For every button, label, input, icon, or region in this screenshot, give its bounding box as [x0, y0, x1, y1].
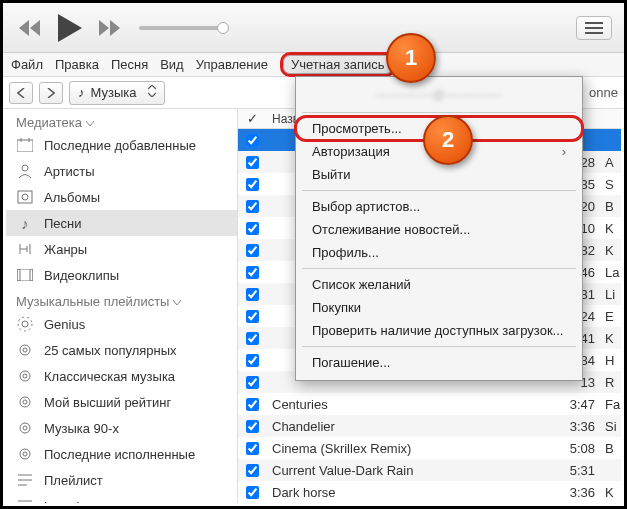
sidebar-item-label: Альбомы [44, 190, 100, 205]
menu-separator [302, 346, 576, 347]
gear-icon [16, 368, 34, 384]
view-mode-button[interactable] [576, 16, 612, 40]
row-checkbox[interactable] [238, 244, 266, 257]
row-checkbox[interactable] [238, 376, 266, 389]
sidebar-item[interactable]: Альбомы [6, 184, 237, 210]
menubar: Файл Правка Песня Вид Управление Учетная… [3, 53, 624, 77]
playback-bar [3, 3, 624, 53]
row-checkbox[interactable] [238, 222, 266, 235]
song-name: Current Value-Dark Rain [266, 463, 553, 478]
sidebar-item[interactable]: Последние добавленные [6, 132, 237, 158]
table-row[interactable]: Current Value-Dark Rain5:31 [238, 459, 621, 481]
svg-rect-0 [585, 22, 603, 24]
row-checkbox[interactable] [238, 288, 266, 301]
gear-icon [16, 446, 34, 462]
sidebar-item[interactable]: Артисты [6, 158, 237, 184]
svg-rect-3 [17, 140, 33, 152]
song-artist: E [601, 309, 621, 324]
row-checkbox[interactable] [238, 310, 266, 323]
media-type-select[interactable]: ♪ Музыка [69, 81, 165, 105]
store-link[interactable]: onne [589, 85, 618, 100]
chevron-down-icon [86, 115, 94, 130]
sidebar-item[interactable]: 25 самых популярных [6, 337, 237, 363]
row-checkbox[interactable] [238, 332, 266, 345]
sidebar-item[interactable]: Плейлист [6, 467, 237, 493]
sidebar-item[interactable]: Видеоклипы [6, 262, 237, 288]
table-row[interactable]: Cinema (Skrillex Remix)5:08B [238, 437, 621, 459]
svg-rect-9 [17, 269, 33, 281]
sidebar-item-label: Genius [44, 317, 85, 332]
sidebar-section-playlists: Музыкальные плейлисты [6, 288, 237, 311]
table-row[interactable]: Chandelier3:36Si [238, 415, 621, 437]
row-checkbox[interactable] [238, 464, 266, 477]
row-checkbox[interactable] [238, 178, 266, 191]
svg-point-16 [20, 371, 30, 381]
menu-separator [302, 112, 576, 113]
play-button[interactable] [51, 9, 89, 47]
menu-item-purchases[interactable]: Покупки [296, 296, 582, 319]
prev-button[interactable] [15, 13, 45, 43]
volume-slider[interactable] [139, 26, 223, 30]
annotation-callout-2: 2 [423, 115, 473, 165]
svg-point-23 [23, 452, 27, 456]
next-button[interactable] [95, 13, 125, 43]
svg-point-6 [22, 165, 28, 171]
sidebar-item[interactable]: Genius [6, 311, 237, 337]
song-name: Centuries [266, 397, 553, 412]
playback-controls [15, 9, 125, 47]
row-checkbox[interactable] [238, 420, 266, 433]
svg-point-12 [22, 321, 28, 327]
row-checkbox[interactable] [238, 156, 266, 169]
sidebar-item[interactable]: Последние исполненные [6, 441, 237, 467]
nav-forward-button[interactable] [39, 82, 63, 104]
row-checkbox[interactable] [238, 200, 266, 213]
song-icon: ♪ [16, 215, 34, 232]
sidebar-item-label: Последние исполненные [44, 447, 195, 462]
menu-item-logout[interactable]: Выйти [296, 163, 582, 186]
menu-item-artist-select[interactable]: Выбор артистов... [296, 195, 582, 218]
genius-icon [16, 316, 34, 332]
video-icon [16, 269, 34, 281]
menu-song[interactable]: Песня [111, 57, 148, 72]
row-checkbox[interactable] [238, 354, 266, 367]
song-duration: 3:47 [553, 397, 601, 412]
row-checkbox[interactable] [238, 134, 266, 147]
table-row[interactable]: Dark horse3:36K [238, 481, 621, 503]
nav-back-button[interactable] [9, 82, 33, 104]
song-name: Chandelier [266, 419, 553, 434]
menu-item-news[interactable]: Отслеживание новостей... [296, 218, 582, 241]
row-checkbox[interactable] [238, 266, 266, 279]
sidebar-item-label: Видеоклипы [44, 268, 119, 283]
sidebar-item[interactable]: Классическая музыка [6, 363, 237, 389]
annotation-callout-1: 1 [386, 33, 436, 83]
sidebar-item[interactable]: Lumpics [6, 493, 237, 503]
table-row[interactable]: Centuries3:47Fa [238, 393, 621, 415]
menu-item-wishlist[interactable]: Список желаний [296, 273, 582, 296]
svg-rect-1 [585, 27, 603, 29]
playlist-icon [16, 499, 34, 503]
menu-view[interactable]: Вид [160, 57, 184, 72]
sidebar-item[interactable]: Мой высший рейтинг [6, 389, 237, 415]
sidebar-item[interactable]: ♪Песни [6, 210, 237, 236]
row-checkbox[interactable] [238, 486, 266, 499]
row-checkbox[interactable] [238, 442, 266, 455]
genre-icon [16, 241, 34, 257]
menu-item-check-downloads[interactable]: Проверить наличие доступных загрузок... [296, 319, 582, 342]
menu-item-profile[interactable]: Профиль... [296, 241, 582, 264]
menu-file[interactable]: Файл [11, 57, 43, 72]
song-artist: B [601, 199, 621, 214]
menu-controls[interactable]: Управление [196, 57, 268, 72]
sidebar-item[interactable]: Музыка 90-х [6, 415, 237, 441]
chevron-updown-icon [148, 85, 156, 100]
svg-rect-11 [30, 269, 33, 281]
song-artist: K [601, 485, 621, 500]
menu-edit[interactable]: Правка [55, 57, 99, 72]
menu-item-redeem[interactable]: Погашение... [296, 351, 582, 374]
row-checkbox[interactable] [238, 398, 266, 411]
menu-account[interactable]: Учетная запись [280, 52, 396, 77]
svg-point-20 [20, 423, 30, 433]
svg-rect-10 [17, 269, 20, 281]
song-artist: K [601, 331, 621, 346]
header-check[interactable]: ✓ [238, 111, 266, 126]
sidebar-item[interactable]: Жанры [6, 236, 237, 262]
